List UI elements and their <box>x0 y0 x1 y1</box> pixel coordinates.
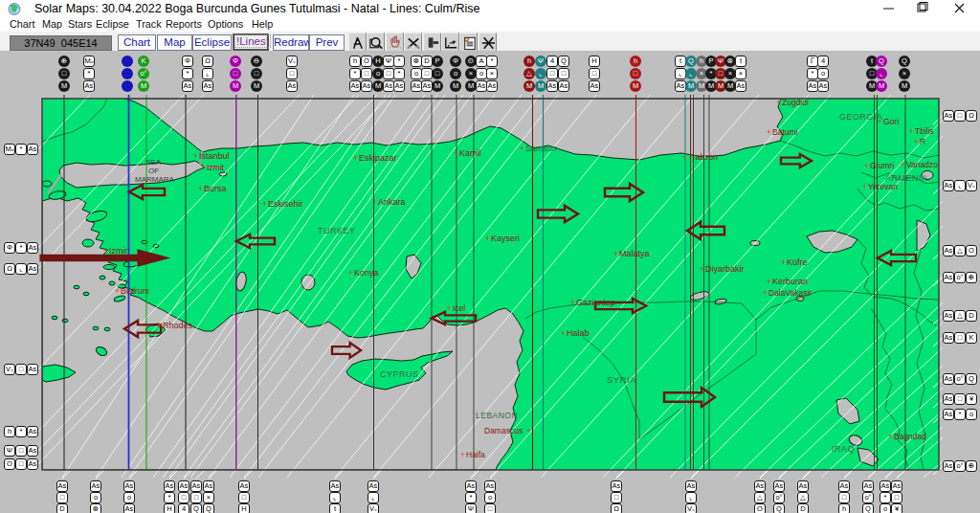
svg-text:Vanadzo: Vanadzo <box>906 160 938 169</box>
svg-text:+: + <box>888 432 893 441</box>
svg-text:Rhodes: Rhodes <box>163 321 193 330</box>
svg-text:Kamil: Kamil <box>459 148 481 158</box>
svg-text:+: + <box>157 321 162 330</box>
svg-text:Gaziantep: Gaziantep <box>576 298 615 307</box>
svg-text:DalaVakasir: DalaVakasir <box>768 288 812 298</box>
svg-text:+: + <box>700 264 704 274</box>
svg-text:+: + <box>767 127 771 137</box>
svg-text:GEORGIA: GEORGIA <box>839 112 883 122</box>
svg-text:CYPRUS: CYPRUS <box>380 369 419 379</box>
svg-text:+: + <box>454 148 458 158</box>
svg-text:+: + <box>353 153 358 163</box>
svg-text:+: + <box>862 182 867 191</box>
svg-text:SYRIA: SYRIA <box>607 374 636 385</box>
svg-text:MARMARA: MARMARA <box>135 175 175 184</box>
svg-text:Bursa: Bursa <box>204 184 227 193</box>
svg-text:+: + <box>682 152 687 162</box>
svg-text:Haifa: Haifa <box>466 450 485 459</box>
svg-text:+: + <box>909 126 914 136</box>
svg-text:+: + <box>781 257 786 267</box>
svg-text:+: + <box>348 268 353 278</box>
svg-text:+: + <box>914 137 919 146</box>
svg-text:Samsun: Samsun <box>525 144 557 153</box>
svg-text:+: + <box>864 161 869 170</box>
svg-text:+: + <box>570 298 575 307</box>
svg-text:+: + <box>201 163 206 172</box>
svg-text:+: + <box>763 288 768 298</box>
svg-text:+: + <box>262 199 267 209</box>
svg-text:Zugdidi: Zugdidi <box>782 98 809 107</box>
svg-text:Bagndad: Bagndad <box>894 432 926 441</box>
svg-text:+: + <box>901 160 905 169</box>
svg-text:+: + <box>767 277 771 286</box>
svg-text:Eskipazar: Eskipazar <box>359 153 397 163</box>
svg-text:Batumi: Batumi <box>772 127 798 137</box>
svg-text:+: + <box>198 184 203 193</box>
svg-text:+: + <box>526 426 531 435</box>
svg-text:+: + <box>103 246 108 256</box>
svg-text:Kerburan: Kerburan <box>772 277 808 286</box>
svg-text:+: + <box>776 98 781 107</box>
svg-text:R: R <box>920 137 925 146</box>
svg-text:Damascus: Damascus <box>484 426 523 435</box>
svg-text:Istanbul: Istanbul <box>199 151 230 161</box>
svg-text:Küfre: Küfre <box>787 257 808 267</box>
svg-text:Trabzon: Trabzon <box>688 152 718 162</box>
svg-text:+: + <box>115 286 120 296</box>
svg-text:+: + <box>613 249 618 258</box>
svg-text:SEA: SEA <box>145 158 162 167</box>
svg-text:Konya: Konya <box>354 268 379 278</box>
svg-text:Izmir: Izmir <box>109 246 128 256</box>
svg-text:Yerevan: Yerevan <box>868 182 898 191</box>
svg-text:+: + <box>447 303 452 313</box>
svg-text:Malatya: Malatya <box>619 249 650 258</box>
svg-text:Gori: Gori <box>883 117 899 126</box>
svg-text:Izmit: Izmit <box>207 163 225 172</box>
svg-text:Giumri: Giumri <box>870 161 894 170</box>
svg-text:Halab: Halab <box>567 328 590 338</box>
svg-text:ARMENIA: ARMENIA <box>885 173 928 183</box>
svg-text:Eskisehir: Eskisehir <box>268 199 303 209</box>
svg-text:Tbilis: Tbilis <box>915 126 934 136</box>
svg-text:+: + <box>520 144 524 153</box>
svg-text:+: + <box>485 234 490 243</box>
svg-text:+: + <box>460 450 465 459</box>
svg-text:Icel: Icel <box>453 303 465 313</box>
svg-text:OF: OF <box>148 167 159 175</box>
svg-text:LEBANON: LEBANON <box>476 411 518 420</box>
svg-text:Ankara: Ankara <box>378 197 406 207</box>
svg-text:+: + <box>193 151 198 161</box>
svg-text:IRAQ: IRAQ <box>832 444 855 454</box>
svg-text:Bedrum: Bedrum <box>121 286 149 296</box>
svg-text:TURKEY: TURKEY <box>318 226 356 235</box>
svg-text:+: + <box>561 328 566 338</box>
svg-text:+: + <box>372 197 377 207</box>
svg-text:Kayseri: Kayseri <box>491 234 520 243</box>
svg-text:Diyarbakir: Diyarbakir <box>705 264 745 274</box>
